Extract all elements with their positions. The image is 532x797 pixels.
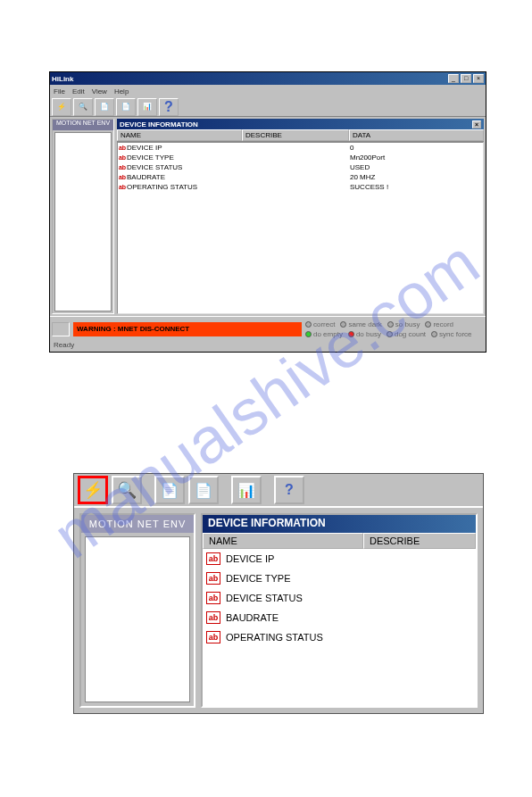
tool-btn-4[interactable]: 📄 [116,98,136,116]
sidebar-header: MOTION NET ENV [81,515,194,533]
cell-name: OPERATING STATUS [127,183,243,191]
minimize-button[interactable]: _ [448,74,459,83]
table-row[interactable]: abDEVICE STATUSUSED [118,162,483,172]
col-data[interactable]: DATA [349,129,484,141]
col-describe[interactable]: DESCRIBE [242,129,349,141]
led-dogcount: dog count [387,330,426,338]
client-area: MOTION NET ENV DEVICE INFORMATION × NAME… [50,117,486,316]
sidebar-tree[interactable] [54,132,112,311]
help-button[interactable]: ? [159,98,179,116]
ab-icon: ab [118,184,127,190]
led-empty: do empty [305,330,343,338]
tool-btn-3[interactable]: 📄 [95,98,114,116]
info-header: NAME DESCRIBE DATA [117,129,484,142]
cell-name: DEVICE TYPE [127,154,243,162]
led-dot-icon [340,321,346,328]
titlebar[interactable]: HiLink _ □ × [50,72,486,85]
maximize-button[interactable]: □ [461,74,471,83]
app-title: HiLink [52,75,73,83]
ab-icon: ab [118,154,127,161]
sidebar-tree[interactable] [85,536,190,702]
table-row[interactable]: abDEVICE TYPE [203,569,476,588]
table-row[interactable]: abDEVICE IP0 [118,143,483,153]
menu-view[interactable]: View [92,87,107,95]
tool-btn-4[interactable]: 📄 [188,476,219,504]
menu-help[interactable]: Help [114,87,129,95]
ab-icon: ab [206,572,220,585]
doc-icon: 📄 [161,482,179,499]
table-row[interactable]: abBAUDRATE [203,608,476,627]
doc2-icon: 📄 [195,482,212,499]
col-name[interactable]: NAME [117,129,242,141]
client-area: MOTION NET ENV DEVICE INFORMATION NAME D… [74,508,483,713]
col-describe[interactable]: DESCRIBE [363,533,476,549]
led-dot-icon [305,331,312,337]
statusbar-icon [52,322,70,336]
info-close-button[interactable]: × [472,120,481,129]
connect-button[interactable]: ⚡ [78,476,108,504]
cell-name: DEVICE STATUS [127,163,243,171]
info-header: NAME DESCRIBE [203,533,476,549]
cell-name: DEVICE TYPE [226,573,291,584]
table-row[interactable]: abDEVICE TYPEMn200Port [118,153,483,162]
cell-data: 0 [350,144,353,152]
toolbar: ⚡ 🔍 📄 📄 📊 ? [74,474,483,508]
info-titlebar[interactable]: DEVICE INFORMATION [203,515,476,533]
magnifier-icon: 🔍 [117,480,137,500]
ab-icon: ab [206,631,220,643]
cell-name: DEVICE IP [226,553,274,564]
table-row[interactable]: abDEVICE STATUS [203,588,476,608]
plug-icon: ⚡ [83,480,103,500]
doc-icon: 📄 [100,103,109,111]
cell-name: DEVICE IP [127,144,243,152]
table-row[interactable]: abDEVICE IP [203,549,476,569]
ab-icon: ab [118,174,127,180]
menu-file[interactable]: File [54,87,65,95]
led-samedark: same dark [340,320,381,328]
table-row[interactable]: abBAUDRATE20 MHZ [118,172,483,182]
info-body: abDEVICE IP abDEVICE TYPE abDEVICE STATU… [203,549,476,706]
led-busy: so busy [387,320,420,328]
led-correct: correct [305,320,335,328]
tool-btn-3[interactable]: 📄 [154,476,185,504]
led-dot-icon [431,331,437,337]
help-button[interactable]: ? [274,476,304,504]
ab-icon: ab [118,145,127,151]
tool-btn-5[interactable]: 📊 [137,98,157,116]
tool-btn-5[interactable]: 📊 [231,476,262,504]
table-row[interactable]: abOPERATING STATUS [203,627,476,647]
app-window-top: HiLink _ □ × File Edit View Help ⚡ 🔍 📄 📄… [49,71,486,353]
doc2-icon: 📄 [121,103,130,111]
info-body: abDEVICE IP0 abDEVICE TYPEMn200Port abDE… [117,142,484,314]
info-titlebar[interactable]: DEVICE INFORMATION × [117,119,484,129]
ab-icon: ab [118,164,127,170]
sidebar: MOTION NET ENV [79,513,195,708]
ab-icon: ab [206,611,220,624]
magnifier-icon: 🔍 [79,103,87,111]
cell-data: USED [350,163,370,171]
led-dot-icon [387,331,393,337]
search-button[interactable]: 🔍 [112,476,142,504]
close-button[interactable]: × [473,74,484,83]
menubar: File Edit View Help [50,85,486,97]
led-dot-icon [348,331,354,337]
ab-icon: ab [206,552,220,565]
menu-edit[interactable]: Edit [72,87,85,95]
search-button[interactable]: 🔍 [73,98,93,116]
status-leds: correct same dark so busy record do empt… [305,320,484,338]
led-dot-icon [305,321,312,328]
device-info-panel: DEVICE INFORMATION NAME DESCRIBE abDEVIC… [201,513,478,708]
toolbar: ⚡ 🔍 📄 📄 📊 ? [50,97,486,117]
sidebar: MOTION NET ENV [52,119,114,314]
app-window-bottom: ⚡ 🔍 📄 📄 📊 ? MOTION NET ENV DEVICE INFORM… [73,473,484,714]
led-dot-icon [387,321,394,328]
connect-button[interactable]: ⚡ [52,98,71,116]
table-row[interactable]: abOPERATING STATUSSUCCESS ! [118,182,483,192]
cell-data: SUCCESS ! [350,183,388,191]
cell-name: DEVICE STATUS [226,593,303,603]
led-syncforce: sync force [431,330,471,338]
col-name[interactable]: NAME [203,533,363,549]
status-ready: Ready [50,341,486,352]
question-icon: ? [285,482,294,498]
cell-name: BAUDRATE [226,612,278,623]
